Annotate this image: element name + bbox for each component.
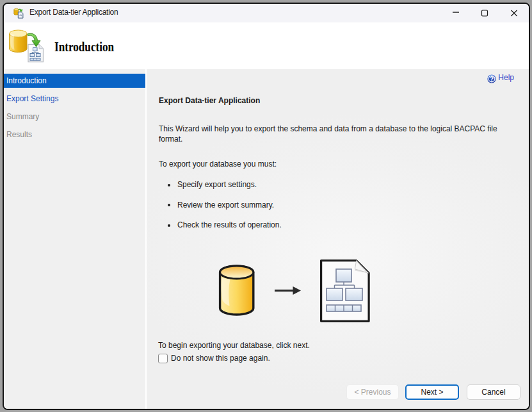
svg-text:?: ? bbox=[490, 76, 494, 83]
